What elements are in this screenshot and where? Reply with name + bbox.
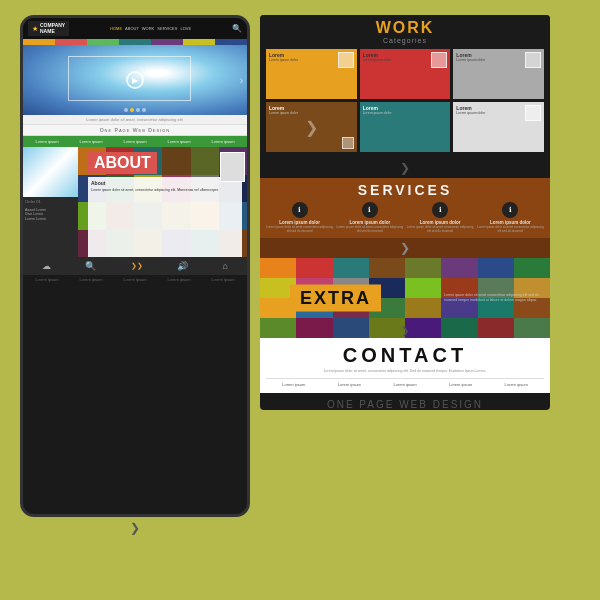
hero-arrow-icon[interactable]: › [240,75,243,86]
work-cell-2[interactable]: Lorem Lorem ipsum dolor [360,49,451,99]
dot-2[interactable] [130,108,134,112]
services-title: SERVICES [266,182,544,198]
work-cell-6-sub: Lorem ipsum dolor [456,111,485,115]
contact-title: CONTACT [266,344,544,367]
contact-link-3[interactable]: Lorem ipsum [393,382,416,387]
dot-3[interactable] [136,108,140,112]
chevron-bottom-icon[interactable]: ❯❯ [131,262,143,270]
hero-dots [124,108,146,112]
hero-section: ▶ › [23,45,247,115]
nav-link-4[interactable]: Lorem ipsum [167,139,190,144]
service-icon-4: ℹ [502,202,518,218]
work-chevron-icon: ❯ [260,158,550,178]
work-grid: Lorem Lorem ipsum dolor Lorem Lorem ipsu… [266,49,544,152]
nav-home[interactable]: HOME [110,26,122,31]
contact-link-5[interactable]: Lorem ipsum [505,382,528,387]
footer-link-2[interactable]: Lorem ipsum [79,277,102,282]
dot-4[interactable] [142,108,146,112]
contact-footer-links: Lorem ipsum Lorem ipsum Lorem ipsum Lore… [266,378,544,387]
about-content-box: About Lorem ipsum dolor sit amet, consec… [88,177,242,257]
logo-text: COMPANY NAME [40,23,65,34]
dot-1[interactable] [124,108,128,112]
contact-section: CONTACT Lorem ipsum dolor sit amet, cons… [260,338,550,393]
extra-chevron-icon: ❯ [401,325,409,336]
contact-link-2[interactable]: Lorem ipsum [338,382,361,387]
service-desc-4: Lorem ipsum dolor sit amet consectetur a… [477,226,544,234]
about-title: ABOUT [88,152,157,174]
work-cell-4-sub: Lorem ipsum dolor [269,111,298,115]
work-cell-3-sub: Lorem ipsum dolor [456,58,485,62]
extra-title: EXTRA [290,284,381,311]
work-cell-6-img [525,105,541,121]
slide-caption: Lorem ipsum dolor sit amet, consectetur … [23,115,247,124]
work-cell-5[interactable]: Lorem Lorem ipsum dolor [360,102,451,152]
left-panel: ★ COMPANY NAME HOME ABOUT WORK SERVICES … [20,15,250,535]
nav-work[interactable]: WORK [142,26,154,31]
bottom-nav: ☁ 🔍 ❯❯ 🔊 ⌂ [23,257,247,275]
work-title: WORK [266,19,544,37]
service-icon-3: ℹ [432,202,448,218]
main-container: ★ COMPANY NAME HOME ABOUT WORK SERVICES … [20,15,580,585]
nav-about[interactable]: ABOUT [125,26,139,31]
service-icon-1: ℹ [292,202,308,218]
cloud-icon[interactable]: ☁ [42,261,51,271]
play-button[interactable]: ▶ [126,71,144,89]
service-item-1: ℹ Lorem ipsum dolor Lorem ipsum dolor si… [266,202,333,234]
work-cell-4-img [342,137,354,149]
extra-section: EXTRA Lorem ipsum dolor sit amet consect… [260,258,550,338]
nav-services[interactable]: SERVICES [157,26,177,31]
about-section: Order 01 Award Lorem Give Lorem Lorem Lo… [23,147,247,257]
work-cell-1-img [338,52,354,68]
bottom-label: ONE PAGE WEB DESIGN [260,399,550,410]
work-subtitle: Categories [266,37,544,44]
bottom-footer-links: Lorem ipsum Lorem ipsum Lorem ipsum Lore… [23,275,247,284]
service-item-2: ℹ Lorem ipsum dolor Lorem ipsum dolor si… [336,202,403,234]
services-grid: ℹ Lorem ipsum dolor Lorem ipsum dolor si… [266,202,544,234]
chevron-down-icon: ❯ [20,521,250,535]
phone-header: ★ COMPANY NAME HOME ABOUT WORK SERVICES … [23,18,247,39]
about-list: Award Lorem Give Lorem Lorem Lorem [23,206,78,222]
nav-link-5[interactable]: Lorem ipsum [211,139,234,144]
work-cell-5-sub: Lorem ipsum dolor [363,111,392,115]
nav-items: HOME ABOUT WORK SERVICES LOVE [72,26,229,31]
work-cell-2-sub: Lorem ipsum dolor [363,58,392,62]
contact-subtitle: Lorem ipsum dolor sit amet, consectetur … [266,369,544,374]
services-section: SERVICES ℹ Lorem ipsum dolor Lorem ipsum… [260,178,550,238]
one-page-label: One Page Web Design [23,124,247,136]
home-icon[interactable]: ⌂ [222,261,227,271]
right-panel: WORK Categories Lorem Lorem ipsum dolor … [260,15,550,410]
about-left-image [23,147,78,197]
work-section: WORK Categories Lorem Lorem ipsum dolor … [260,15,550,158]
contact-link-1[interactable]: Lorem ipsum [282,382,305,387]
about-subtitle: About [91,180,239,186]
nav-links-row: Lorem ipsum Lorem ipsum Lorem ipsum Lore… [23,136,247,147]
work-cell-4[interactable]: Lorem Lorem ipsum dolor ❯ [266,102,357,152]
about-order-label: Order 01 [23,198,78,205]
work-cell-3[interactable]: Lorem Lorem ipsum dolor [453,49,544,99]
work-cell-1[interactable]: Lorem Lorem ipsum dolor [266,49,357,99]
search-bottom-icon[interactable]: 🔍 [85,261,96,271]
volume-icon[interactable]: 🔊 [177,261,188,271]
work-cell-2-img [431,52,447,68]
footer-link-5[interactable]: Lorem ipsum [211,277,234,282]
footer-link-4[interactable]: Lorem ipsum [167,277,190,282]
nav-link-3[interactable]: Lorem ipsum [123,139,146,144]
about-body: Lorem ipsum dolor sit amet, consectetur … [91,188,239,192]
logo-box: ★ COMPANY NAME [28,21,69,36]
nav-love[interactable]: LOVE [180,26,191,31]
service-icon-2: ℹ [362,202,378,218]
footer-link-3[interactable]: Lorem ipsum [123,277,146,282]
footer-link-1[interactable]: Lorem ipsum [35,277,58,282]
about-list-3: Lorem Lorem [25,217,76,221]
work-cell-1-sub: Lorem ipsum dolor [269,58,298,62]
nav-link-2[interactable]: Lorem ipsum [79,139,102,144]
nav-link-1[interactable]: Lorem ipsum [35,139,58,144]
about-left: Order 01 Award Lorem Give Lorem Lorem Lo… [23,147,78,257]
work-cell-3-img [525,52,541,68]
work-cell-6[interactable]: Lorem Lorem ipsum dolor [453,102,544,152]
extra-desc: Lorem ipsum dolor sit amet consectetur a… [444,293,544,303]
service-desc-3: Lorem ipsum dolor sit amet consectetur a… [407,226,474,234]
search-icon[interactable]: 🔍 [232,24,242,33]
service-item-4: ℹ Lorem ipsum dolor Lorem ipsum dolor si… [477,202,544,234]
contact-link-4[interactable]: Lorem ipsum [449,382,472,387]
